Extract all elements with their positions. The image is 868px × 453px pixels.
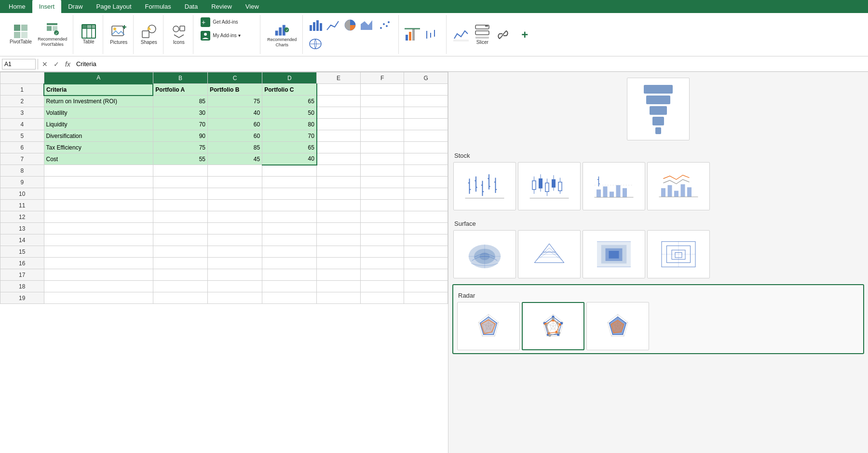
- cell-G2[interactable]: [404, 96, 448, 107]
- cell-F7[interactable]: [360, 153, 404, 165]
- shapes-button[interactable]: Shapes: [139, 23, 159, 46]
- cell-F3[interactable]: [360, 107, 404, 119]
- cell-C2[interactable]: 75: [208, 96, 262, 107]
- radar-chart-3[interactable]: [586, 302, 649, 350]
- cell-B6[interactable]: 75: [153, 142, 207, 153]
- surface-chart-3[interactable]: [583, 230, 645, 278]
- cell-B1[interactable]: Portfolio A: [153, 84, 207, 96]
- cell-E2[interactable]: [317, 96, 361, 107]
- pivot-chart-button[interactable]: [404, 27, 421, 42]
- tab-insert[interactable]: Insert: [32, 0, 62, 13]
- col-header-E[interactable]: E: [317, 72, 361, 84]
- col-header-A[interactable]: A: [44, 72, 153, 84]
- surface-chart-4[interactable]: [647, 230, 710, 278]
- cell-C1[interactable]: Portfolio B: [208, 84, 262, 96]
- cell-C4[interactable]: 60: [208, 119, 262, 130]
- cell-F6[interactable]: [360, 142, 404, 153]
- bar-chart-button[interactable]: [308, 18, 324, 32]
- cell-B2[interactable]: 85: [153, 96, 207, 107]
- cell-D5[interactable]: 70: [262, 130, 317, 142]
- cell-G3[interactable]: [404, 107, 448, 119]
- map-chart-button[interactable]: [308, 37, 323, 51]
- tab-formulas[interactable]: Formulas: [138, 0, 178, 13]
- stock-chart-1[interactable]: [453, 162, 516, 210]
- cell-E7[interactable]: [317, 153, 361, 165]
- col-header-F[interactable]: F: [360, 72, 404, 84]
- cell-A4[interactable]: Liquidity: [44, 119, 153, 130]
- get-addins-button[interactable]: + Get Add-ins: [198, 16, 256, 28]
- cell-E3[interactable]: [317, 107, 361, 119]
- cell-D6[interactable]: 65: [262, 142, 317, 153]
- my-addins-button[interactable]: My Add-ins ▾: [198, 29, 256, 42]
- cell-G6[interactable]: [404, 142, 448, 153]
- cell-B5[interactable]: 90: [153, 130, 207, 142]
- tab-data[interactable]: Data: [178, 0, 204, 13]
- cell-G1[interactable]: [404, 84, 448, 96]
- radar-chart-1[interactable]: [457, 302, 520, 350]
- col-header-G[interactable]: G: [404, 72, 448, 84]
- add-button[interactable]: +: [515, 26, 534, 43]
- surface-chart-2[interactable]: [518, 230, 581, 278]
- cell-F5[interactable]: [360, 130, 404, 142]
- cell-D3[interactable]: 50: [262, 107, 317, 119]
- cell-G5[interactable]: [404, 130, 448, 142]
- scatter-chart-button[interactable]: [376, 18, 393, 32]
- stock-chart-small-button[interactable]: [422, 27, 439, 42]
- cell-F1[interactable]: [360, 84, 404, 96]
- cell-G4[interactable]: [404, 119, 448, 130]
- cell-G7[interactable]: [404, 153, 448, 165]
- cell-E5[interactable]: [317, 130, 361, 142]
- recommended-pivot-button[interactable]: ✓ RecommendedPivotTables: [36, 20, 69, 48]
- pie-chart-button[interactable]: [342, 18, 358, 32]
- cell-D1[interactable]: Portfolio C: [262, 84, 317, 96]
- cell-A1[interactable]: Criteria: [44, 84, 153, 96]
- radar-chart-2[interactable]: [522, 302, 584, 350]
- stock-chart-4[interactable]: [647, 162, 710, 210]
- cell-C6[interactable]: 85: [208, 142, 262, 153]
- cell-D2[interactable]: 65: [262, 96, 317, 107]
- stock-chart-2[interactable]: [518, 162, 581, 210]
- cell-D7[interactable]: 40: [262, 153, 317, 165]
- icons-button[interactable]: Icons: [169, 23, 189, 46]
- funnel-chart-item[interactable]: [627, 78, 690, 140]
- cell-reference[interactable]: A1: [2, 59, 36, 69]
- cell-A7[interactable]: Cost: [44, 153, 153, 165]
- cell-A6[interactable]: Tax Efficiency: [44, 142, 153, 153]
- cell-C3[interactable]: 40: [208, 107, 262, 119]
- cell-F4[interactable]: [360, 119, 404, 130]
- cell-E1[interactable]: [317, 84, 361, 96]
- cell-B4[interactable]: 70: [153, 119, 207, 130]
- formula-cancel[interactable]: ✕: [40, 60, 50, 68]
- table-button[interactable]: Table: [79, 23, 98, 46]
- tab-draw[interactable]: Draw: [61, 0, 89, 13]
- cell-B7[interactable]: 55: [153, 153, 207, 165]
- line-chart-button[interactable]: [325, 18, 341, 32]
- cell-A3[interactable]: Volatility: [44, 107, 153, 119]
- col-header-B[interactable]: B: [153, 72, 207, 84]
- col-header-D[interactable]: D: [262, 72, 317, 84]
- cell-E4[interactable]: [317, 119, 361, 130]
- area-chart-button[interactable]: [359, 18, 375, 32]
- stock-chart-3[interactable]: [583, 162, 645, 210]
- surface-chart-1[interactable]: [453, 230, 516, 278]
- formula-input[interactable]: [74, 60, 866, 68]
- tab-view[interactable]: View: [239, 0, 266, 13]
- cell-C5[interactable]: 60: [208, 130, 262, 142]
- formula-confirm[interactable]: ✓: [52, 60, 61, 68]
- slicer-button[interactable]: Slicer: [473, 23, 492, 46]
- cell-E6[interactable]: [317, 142, 361, 153]
- pictures-button[interactable]: Pictures: [108, 23, 129, 46]
- cell-A5[interactable]: Diversification: [44, 130, 153, 142]
- hyperlink-button[interactable]: [494, 26, 513, 43]
- tab-page-layout[interactable]: Page Layout: [90, 0, 138, 13]
- recommended-charts-button[interactable]: ✓ RecommendedCharts: [265, 21, 298, 49]
- cell-C7[interactable]: 45: [208, 153, 262, 165]
- tab-home[interactable]: Home: [2, 0, 32, 13]
- cell-F2[interactable]: [360, 96, 404, 107]
- cell-A2[interactable]: Return on Investment (ROI): [44, 96, 153, 107]
- cell-D4[interactable]: 80: [262, 119, 317, 130]
- pivot-table-button[interactable]: PivotTable: [8, 23, 34, 46]
- col-header-C[interactable]: C: [208, 72, 262, 84]
- cell-B3[interactable]: 30: [153, 107, 207, 119]
- tab-review[interactable]: Review: [204, 0, 239, 13]
